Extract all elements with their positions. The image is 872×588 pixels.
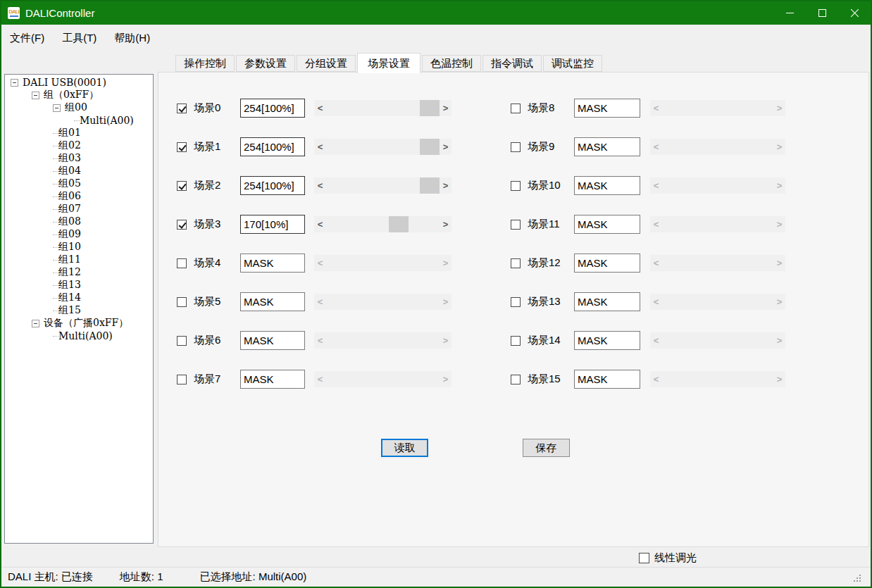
scene-level-slider[interactable]: <> xyxy=(314,177,451,194)
tab-2[interactable]: 参数设置 xyxy=(236,55,295,72)
scene-row: 场景6<> xyxy=(177,321,451,360)
tree-item[interactable]: 组04 xyxy=(5,165,153,177)
tree-branch-line xyxy=(53,298,58,299)
scene-value-input[interactable] xyxy=(574,254,640,273)
slider-right-arrow-icon[interactable]: > xyxy=(440,100,451,116)
menu-tools[interactable]: 工具(T) xyxy=(61,30,97,46)
tree-item[interactable]: 组08 xyxy=(5,215,153,228)
tree-item[interactable]: 组02 xyxy=(5,139,153,152)
slider-thumb[interactable] xyxy=(420,177,440,194)
scene-value-input[interactable] xyxy=(240,176,305,195)
scene-value-input[interactable] xyxy=(574,176,640,195)
tree-item[interactable]: 组06 xyxy=(5,190,153,203)
tab-3[interactable]: 分组设置 xyxy=(297,55,356,72)
slider-left-arrow-icon[interactable]: < xyxy=(314,139,326,155)
tree-item[interactable]: 组12 xyxy=(5,266,153,279)
scene-checkbox[interactable] xyxy=(511,375,521,384)
scene-level-slider: <> xyxy=(314,332,451,349)
scene-checkbox[interactable] xyxy=(177,104,187,113)
tab-1[interactable]: 操作控制 xyxy=(175,55,235,72)
tree-item[interactable]: Multi(A00) xyxy=(5,330,153,342)
tree-item[interactable]: 设备（广播0xFF） xyxy=(5,317,153,330)
scene-value-input[interactable] xyxy=(240,331,305,350)
scene-checkbox[interactable] xyxy=(511,142,521,152)
tree-item[interactable]: 组05 xyxy=(5,177,153,190)
tree-item[interactable]: 组03 xyxy=(5,152,153,165)
scene-checkbox[interactable] xyxy=(511,336,521,346)
tree-item[interactable]: 组14 xyxy=(5,292,153,304)
slider-right-arrow-icon[interactable]: > xyxy=(440,139,451,155)
scene-level-slider: <> xyxy=(650,294,785,310)
read-button[interactable]: 读取 xyxy=(381,439,428,457)
minimize-button[interactable] xyxy=(773,1,806,25)
slider-right-arrow-icon[interactable]: > xyxy=(440,216,451,232)
slider-thumb[interactable] xyxy=(420,139,440,155)
scene-value-input[interactable] xyxy=(240,215,305,234)
tab-6[interactable]: 指令调试 xyxy=(482,55,542,72)
slider-right-arrow-icon[interactable]: > xyxy=(440,177,451,194)
scene-level-slider[interactable]: <> xyxy=(314,100,451,116)
slider-left-arrow-icon[interactable]: < xyxy=(314,177,326,194)
scene-checkbox[interactable] xyxy=(511,220,521,230)
menu-file[interactable]: 文件(F) xyxy=(9,30,45,46)
slider-thumb[interactable] xyxy=(420,100,440,116)
scene-value-input[interactable] xyxy=(240,254,305,273)
menu-help[interactable]: 帮助(H) xyxy=(113,30,151,46)
tree-item[interactable]: 组10 xyxy=(5,241,153,254)
scene-checkbox[interactable] xyxy=(511,297,521,307)
slider-left-arrow-icon[interactable]: < xyxy=(314,100,326,116)
tab-5[interactable]: 色温控制 xyxy=(422,55,481,72)
tree-collapse-icon[interactable] xyxy=(32,320,39,327)
tree-collapse-icon[interactable] xyxy=(32,92,39,99)
slider-left-arrow-icon: < xyxy=(650,371,662,387)
scene-checkbox[interactable] xyxy=(177,375,187,384)
maximize-button[interactable] xyxy=(806,1,838,25)
scene-value-input[interactable] xyxy=(240,370,305,389)
slider-thumb[interactable] xyxy=(389,216,409,232)
tree-item[interactable]: 组15 xyxy=(5,304,153,317)
scene-value-input[interactable] xyxy=(240,99,305,118)
tree-item[interactable]: 组13 xyxy=(5,279,153,292)
status-selected-address: 已选择地址: Multi(A00) xyxy=(200,570,307,584)
tree-item[interactable]: 组09 xyxy=(5,228,153,241)
scene-checkbox[interactable] xyxy=(177,258,187,268)
linear-dimming-checkbox[interactable] xyxy=(639,553,649,563)
scene-checkbox[interactable] xyxy=(177,336,187,346)
tree-collapse-icon[interactable] xyxy=(53,104,61,112)
scene-value-input[interactable] xyxy=(574,292,640,311)
scene-value-input[interactable] xyxy=(574,137,640,156)
scene-checkbox[interactable] xyxy=(177,220,187,230)
tree-collapse-icon[interactable] xyxy=(11,79,18,87)
close-icon xyxy=(850,8,859,18)
scene-checkbox[interactable] xyxy=(177,142,187,152)
scene-level-slider: <> xyxy=(314,255,451,271)
scene-row: 场景8<> xyxy=(511,89,785,127)
slider-left-arrow-icon[interactable]: < xyxy=(314,216,326,232)
scene-checkbox[interactable] xyxy=(511,181,521,191)
save-button[interactable]: 保存 xyxy=(523,439,570,457)
scene-value-input[interactable] xyxy=(240,292,305,311)
tree-item[interactable]: 组01 xyxy=(5,127,153,139)
scene-checkbox[interactable] xyxy=(511,104,521,113)
scene-checkbox[interactable] xyxy=(177,297,187,307)
tree-item[interactable]: Multi(A00) xyxy=(5,114,153,127)
tree-item[interactable]: 组07 xyxy=(5,203,153,215)
tab-7[interactable]: 调试监控 xyxy=(543,55,602,72)
tree-item[interactable]: 组00 xyxy=(5,101,153,114)
scene-checkbox[interactable] xyxy=(177,181,187,191)
resize-grip-icon[interactable] xyxy=(859,580,861,582)
scene-level-slider[interactable]: <> xyxy=(314,216,451,232)
scene-value-input[interactable] xyxy=(574,215,640,234)
tree-item[interactable]: 组11 xyxy=(5,254,153,266)
tree-item[interactable]: 组（0xFF） xyxy=(5,89,153,101)
close-button[interactable] xyxy=(838,1,871,25)
tree-item[interactable]: DALI USB(0001) xyxy=(5,76,153,89)
scene-checkbox[interactable] xyxy=(511,258,521,268)
scene-value-input[interactable] xyxy=(574,370,640,389)
scene-level-slider[interactable]: <> xyxy=(314,139,451,155)
tab-4[interactable]: 场景设置 xyxy=(357,53,421,73)
scene-value-input[interactable] xyxy=(574,331,640,350)
linear-dimming-control[interactable]: 线性调光 xyxy=(639,551,697,565)
scene-value-input[interactable] xyxy=(574,99,640,118)
scene-value-input[interactable] xyxy=(240,137,305,156)
